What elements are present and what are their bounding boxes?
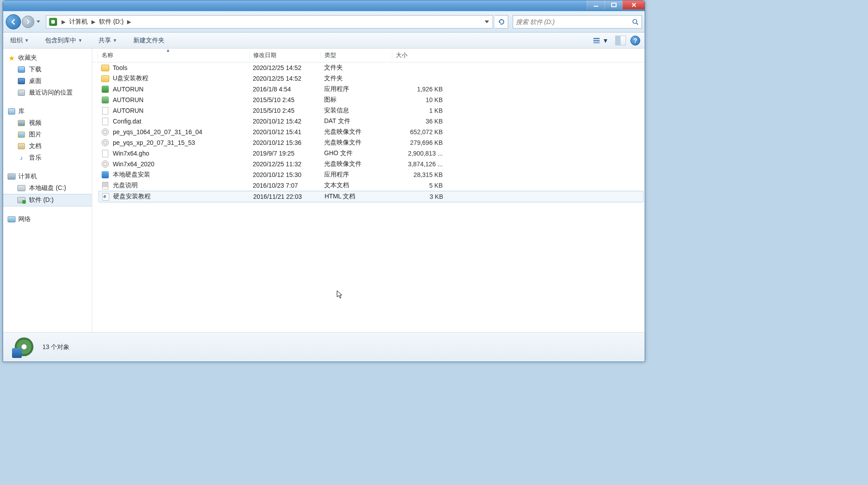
file-row[interactable]: pe_yqs_xp_20_07_31_15_532020/10/12 15:36…	[92, 137, 645, 148]
file-row[interactable]: AUTORUN2016/1/8 4:54应用程序1,926 KB	[92, 84, 645, 95]
file-date: 2020/12/25 11:32	[253, 160, 324, 168]
forward-button[interactable]	[22, 16, 34, 28]
file-row[interactable]: AUTORUN2015/5/10 2:45图标10 KB	[92, 95, 645, 105]
file-type: 应用程序	[324, 85, 395, 93]
file-type: GHO 文件	[324, 149, 395, 157]
document-icon	[17, 142, 25, 150]
organize-label: 组织	[10, 37, 23, 45]
sidebar-item-label: 本地磁盘 (C:)	[29, 184, 66, 192]
drive-large-icon	[12, 337, 33, 358]
column-name[interactable]: 名称	[98, 51, 253, 59]
column-date[interactable]: 修改日期	[249, 51, 324, 59]
file-row[interactable]: 本地硬盘安装2020/10/12 15:30应用程序28,315 KB	[92, 169, 645, 180]
nav-arrows	[6, 14, 41, 29]
share-button[interactable]: 共享 ▼	[96, 35, 120, 46]
svg-rect-1	[612, 3, 616, 7]
view-options-button[interactable]: ▼	[590, 35, 611, 46]
file-row[interactable]: Tools2020/12/25 14:52文件夹	[92, 62, 645, 73]
file-type-icon	[101, 149, 109, 157]
network-icon	[8, 215, 16, 223]
sidebar-item-desktop[interactable]: 桌面	[3, 75, 92, 87]
breadcrumb-separator-icon[interactable]: ▶	[124, 19, 134, 25]
sidebar-item-recent[interactable]: 最近访问的位置	[3, 87, 92, 99]
sidebar-item-videos[interactable]: 视频	[3, 117, 92, 129]
breadcrumb-computer[interactable]: 计算机	[68, 16, 89, 28]
music-icon: ♪	[17, 154, 25, 162]
svg-rect-5	[593, 42, 600, 43]
nav-history-dropdown[interactable]	[35, 21, 41, 23]
sidebar-computer[interactable]: 计算机	[3, 171, 92, 182]
file-name: pe_yqs_1064_20_07_31_16_04	[113, 128, 202, 136]
file-row[interactable]: AUTORUN2015/5/10 2:45安装信息1 KB	[92, 105, 645, 116]
close-button[interactable]	[622, 0, 645, 9]
file-row[interactable]: 光盘说明2016/10/23 7:07文本文档5 KB	[92, 180, 645, 191]
libraries-label: 库	[18, 107, 25, 115]
file-row[interactable]: Config.dat2020/10/12 15:42DAT 文件36 KB	[92, 116, 645, 127]
star-icon: ★	[8, 54, 16, 62]
title-bar	[3, 0, 645, 11]
column-size[interactable]: 大小	[392, 51, 449, 59]
svg-rect-0	[594, 6, 598, 7]
sidebar-item-downloads[interactable]: 下载	[3, 64, 92, 75]
back-button[interactable]	[6, 14, 21, 29]
breadcrumb-drive[interactable]: 软件 (D:)	[98, 16, 124, 28]
file-name: Tools	[113, 64, 128, 71]
file-name: Win7x64_2020	[113, 160, 154, 168]
maximize-button[interactable]	[605, 0, 622, 9]
desktop-icon	[17, 77, 25, 85]
file-date: 2020/10/12 15:30	[253, 171, 324, 178]
file-type: 安装信息	[324, 107, 395, 115]
sidebar-item-drive-c[interactable]: 本地磁盘 (C:)	[3, 182, 92, 194]
file-row[interactable]: Win7x64.gho2019/9/7 19:25GHO 文件2,900,813…	[92, 148, 645, 159]
new-folder-button[interactable]: 新建文件夹	[131, 35, 167, 46]
file-size: 36 KB	[395, 118, 449, 125]
file-type: DAT 文件	[324, 117, 395, 125]
help-button[interactable]: ?	[630, 36, 640, 45]
downloads-icon	[17, 66, 25, 74]
address-bar[interactable]: ▶ 计算机 ▶ 软件 (D:) ▶	[46, 15, 493, 29]
include-in-library-button[interactable]: 包含到库中 ▼	[42, 35, 85, 46]
file-date: 2015/5/10 2:45	[253, 96, 324, 103]
file-size: 28,315 KB	[395, 171, 449, 178]
file-type: 文本文档	[324, 181, 395, 189]
sidebar-item-drive-d[interactable]: 软件 (D:)	[3, 194, 92, 206]
video-icon	[17, 119, 25, 127]
sidebar-item-music[interactable]: ♪ 音乐	[3, 152, 92, 164]
sidebar-item-label: 文档	[29, 142, 41, 150]
column-type[interactable]: 类型	[321, 51, 395, 59]
refresh-button[interactable]	[495, 15, 508, 29]
sidebar-item-pictures[interactable]: 图片	[3, 129, 92, 140]
breadcrumb-separator-icon[interactable]: ▶	[89, 19, 98, 25]
file-list-pane[interactable]: ▲ 名称 修改日期 类型 大小 Tools2020/12/25 14:52文件夹…	[92, 49, 645, 332]
file-type-icon	[101, 171, 109, 179]
file-type: 光盘映像文件	[324, 139, 395, 147]
organize-button[interactable]: 组织 ▼	[8, 35, 32, 46]
file-row[interactable]: 硬盘安装教程2016/11/21 22:03HTML 文档3 KB	[99, 191, 644, 202]
file-type: 文件夹	[324, 64, 395, 72]
minimize-button[interactable]	[587, 0, 605, 9]
sidebar-item-documents[interactable]: 文档	[3, 140, 92, 152]
file-size: 10 KB	[395, 96, 449, 103]
file-type: 光盘映像文件	[324, 160, 395, 168]
file-type-icon	[101, 160, 109, 168]
drive-icon	[49, 18, 57, 26]
breadcrumb-separator-icon[interactable]: ▶	[59, 19, 68, 25]
sidebar-item-label: 下载	[29, 66, 41, 74]
address-dropdown-icon[interactable]	[481, 21, 492, 23]
search-input[interactable]	[516, 18, 632, 25]
sidebar-libraries[interactable]: 库	[3, 106, 92, 117]
dropdown-icon: ▼	[113, 38, 117, 43]
search-box[interactable]	[513, 15, 642, 29]
file-size: 5 KB	[395, 182, 449, 189]
sidebar-network[interactable]: 网络	[3, 214, 92, 225]
file-size: 652,072 KB	[395, 128, 449, 136]
file-row[interactable]: Win7x64_20202020/12/25 11:32光盘映像文件3,874,…	[92, 159, 645, 169]
file-type-icon	[101, 85, 109, 93]
sidebar-favorites[interactable]: ★ 收藏夹	[3, 52, 92, 64]
preview-pane-button[interactable]	[615, 36, 626, 45]
mouse-cursor-icon	[337, 290, 343, 299]
file-row[interactable]: pe_yqs_1064_20_07_31_16_042020/10/12 15:…	[92, 127, 645, 137]
computer-label: 计算机	[18, 173, 37, 181]
file-date: 2020/10/12 15:41	[253, 128, 324, 136]
file-row[interactable]: U盘安装教程2020/12/25 14:52文件夹	[92, 73, 645, 84]
